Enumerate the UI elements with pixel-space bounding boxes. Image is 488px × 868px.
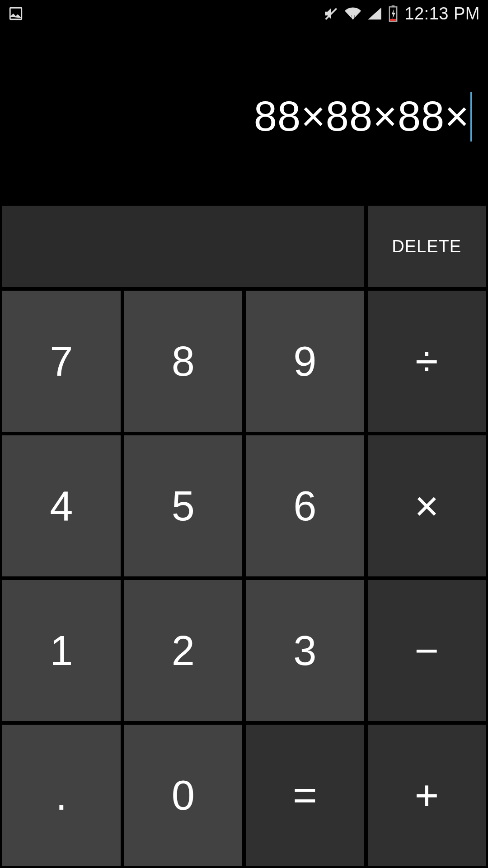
text-cursor [470,92,472,142]
svg-text:↑↓: ↑↓ [350,14,356,20]
display-expression: 88×88×88× [254,93,469,140]
calculator-display[interactable]: 88×88×88× [0,27,488,206]
digit-3[interactable]: 3 [246,580,364,721]
battery-charging-icon [388,5,398,22]
status-bar: ↑↓ 12:13 PM [0,0,488,27]
picture-icon [8,6,23,21]
digit-7[interactable]: 7 [2,291,121,432]
status-clock: 12:13 PM [404,4,480,24]
svg-rect-4 [392,5,395,7]
op-minus[interactable]: − [368,580,486,721]
digit-6[interactable]: 6 [246,435,364,576]
op-divide[interactable]: ÷ [368,291,486,432]
svg-rect-5 [390,19,396,21]
wifi-icon: ↑↓ [345,5,361,22]
digit-0[interactable]: 0 [124,725,243,866]
decimal-point[interactable]: . [2,725,121,866]
op-equals[interactable]: = [246,725,364,866]
digit-2[interactable]: 2 [124,580,243,721]
signal-icon [367,6,382,21]
digit-1[interactable]: 1 [2,580,121,721]
digit-8[interactable]: 8 [124,291,243,432]
blank-panel [2,206,364,287]
op-multiply[interactable]: × [368,435,486,576]
digit-5[interactable]: 5 [124,435,243,576]
keypad: DELETE 7 8 9 ÷ 4 5 6 × 1 2 3 − . 0 = + [0,206,488,868]
delete-button[interactable]: DELETE [368,206,486,287]
digit-4[interactable]: 4 [2,435,121,576]
op-plus[interactable]: + [368,725,486,866]
digit-9[interactable]: 9 [246,291,364,432]
muted-icon [323,6,338,21]
